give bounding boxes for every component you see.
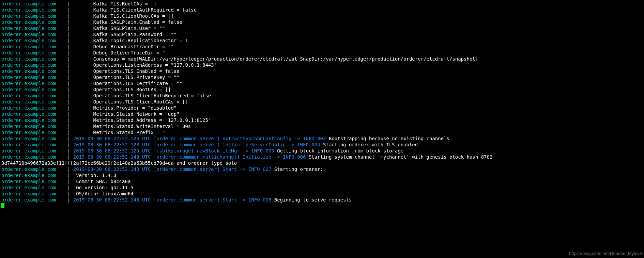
orderer-host: orderer.example.com	[1, 19, 56, 25]
config-line: orderer.example.com | Metrics.Statsd.Add…	[1, 117, 643, 123]
start-detail-text: Version: 1.4.3	[73, 173, 116, 178]
log-separator: |	[56, 173, 73, 178]
orderer-host: orderer.example.com	[1, 130, 56, 135]
config-line: orderer.example.com | Metrics.Statsd.Net…	[1, 111, 643, 117]
log-source: [orderer.commmon.multichannel]	[154, 154, 243, 160]
orderer-host: orderer.example.com	[1, 87, 56, 92]
orderer-host: orderer.example.com	[1, 68, 56, 74]
orderer-host: orderer.example.com	[1, 148, 56, 154]
orderer-host: orderer.example.com	[1, 1, 56, 6]
log-message: Starting orderer:	[274, 166, 323, 172]
orderer-host: orderer.example.com	[1, 179, 56, 184]
log-level: extractSysChanLastConfig -> INFO 003	[223, 136, 329, 141]
log-separator: |	[56, 32, 73, 37]
log-message: Starting orderer with TLS enabled	[323, 142, 418, 147]
log-level: Initialize -> INFO 006	[243, 154, 309, 160]
config-line: orderer.example.com | Kafka.Topic.Replic…	[1, 37, 643, 44]
log-timestamp: 2019-08-30 08:22:52.143 UTC	[73, 166, 154, 172]
log-message: Bootstrapping because no existing channe…	[329, 136, 449, 141]
config-line: orderer.example.com | Operations.ListenA…	[1, 62, 643, 68]
orderer-host: orderer.example.com	[1, 105, 56, 111]
orderer-host: orderer.example.com	[1, 185, 56, 190]
config-line: orderer.example.com | Kafka.TLS.ClientRo…	[1, 13, 643, 19]
config-text: Kafka.SASLPlain.Enabled = false	[73, 19, 182, 25]
orderer-host: orderer.example.com	[1, 142, 56, 147]
log-separator: |	[56, 1, 73, 6]
orderer-host: orderer.example.com	[1, 50, 56, 55]
orderer-host: orderer.example.com	[1, 99, 56, 104]
log-separator: |	[56, 142, 73, 147]
log-timestamp: 2019-08-30 08:22:52.129 UTC	[73, 148, 154, 154]
config-line: orderer.example.com | Operations.TLS.Cer…	[1, 80, 643, 86]
config-line: orderer.example.com | Kafka.SASLPlain.Us…	[1, 25, 643, 31]
log-continuation: 3d744710b496672a33ef11fff2af72ce66be20f2…	[1, 160, 643, 166]
log-level: Start -> INFO 007	[223, 166, 274, 172]
log-separator: |	[56, 7, 73, 13]
orderer-host: orderer.example.com	[1, 26, 56, 31]
log-separator: |	[56, 197, 73, 203]
log-message: Getting block information from block sto…	[277, 148, 403, 154]
config-text: Operations.TLS.ClientAuthRequired = fals…	[73, 93, 211, 98]
start-detail-line: orderer.example.com | Commit SHA: b8c4a6…	[1, 178, 643, 184]
config-text: Metrics.Statsd.WriteInterval = 30s	[73, 124, 191, 129]
start-detail-text: Commit SHA: b8c4a6a	[73, 179, 131, 184]
log-timestamp: 2019-08-30 08:22:52.143 UTC	[73, 197, 154, 203]
csdn-watermark: https://blog.csdn.net/Doudou_Mylove	[569, 251, 642, 257]
log-separator: |	[56, 117, 73, 123]
orderer-host: orderer.example.com	[1, 32, 56, 37]
log-separator: |	[56, 111, 73, 117]
log-separator: |	[56, 26, 73, 31]
log-line: orderer.example.com | 2019-08-30 08:22:5…	[1, 154, 643, 160]
cursor-line	[1, 203, 643, 209]
config-line: orderer.example.com | Consensus = map[WA…	[1, 56, 643, 62]
log-separator: |	[56, 44, 73, 49]
cursor-icon	[1, 203, 4, 208]
terminal-output[interactable]: orderer.example.com | Kafka.TLS.RootCAs …	[0, 0, 644, 210]
orderer-host: orderer.example.com	[1, 7, 56, 13]
orderer-host: orderer.example.com	[1, 191, 56, 196]
log-separator: |	[56, 50, 73, 55]
config-text: Operations.TLS.ClientRootCAs = []	[73, 99, 188, 104]
orderer-host: orderer.example.com	[1, 166, 56, 172]
log-separator: |	[56, 130, 73, 135]
log-separator: |	[56, 124, 73, 129]
config-text: Metrics.Statsd.Prefix = ""	[73, 130, 168, 135]
start-detail-line: orderer.example.com | Version: 1.4.3	[1, 172, 643, 178]
config-text: Metrics.Provider = "disabled"	[73, 105, 177, 111]
config-line: orderer.example.com | Debug.BroadcastTra…	[1, 44, 643, 50]
config-text: Metrics.Statsd.Address = "127.0.0.1:8125…	[73, 117, 211, 123]
orderer-host: orderer.example.com	[1, 173, 56, 178]
start-detail-line: orderer.example.com | OS/Arch: linux/amd…	[1, 191, 643, 197]
config-line: orderer.example.com | Kafka.TLS.ClientAu…	[1, 7, 643, 13]
orderer-host: orderer.example.com	[1, 197, 56, 203]
log-separator: |	[56, 19, 73, 25]
config-line: orderer.example.com | Operations.TLS.Pri…	[1, 74, 643, 80]
log-separator: |	[56, 105, 73, 111]
config-text: Kafka.TLS.RootCAs = []	[73, 1, 156, 6]
log-line: orderer.example.com | 2019-08-30 08:22:5…	[1, 142, 643, 148]
log-separator: |	[56, 136, 73, 141]
config-text: Debug.BroadcastTraceDir = ""	[73, 44, 174, 49]
log-timestamp: 2019-08-30 08:22:52.143 UTC	[73, 154, 154, 160]
config-text: Operations.ListenAddress = "127.0.0.1:84…	[73, 62, 217, 68]
log-source: [orderer.common.server]	[154, 136, 223, 141]
config-text: Operations.TLS.Enabled = false	[73, 68, 180, 74]
config-text: Kafka.Topic.ReplicationFactor = 1	[73, 38, 188, 43]
log-line: orderer.example.com | 2019-08-30 08:22:5…	[1, 135, 643, 142]
log-separator: |	[56, 99, 73, 104]
log-source: [orderer.common.server]	[154, 197, 223, 203]
config-line: orderer.example.com | Kafka.TLS.RootCAs …	[1, 1, 643, 7]
config-text: Kafka.SASLPlain.User = ""	[73, 26, 165, 31]
config-text: Consensus = map[WALDir:/var/hyperledger/…	[73, 56, 478, 62]
orderer-host: orderer.example.com	[1, 56, 56, 62]
config-text: Operations.TLS.PrivateKey = ""	[73, 75, 180, 80]
log-source: [orderer.common.server]	[154, 166, 223, 172]
orderer-host: orderer.example.com	[1, 93, 56, 98]
orderer-host: orderer.example.com	[1, 117, 56, 123]
log-level: newBlockfileMgr -> INFO 005	[197, 148, 277, 154]
log-separator: |	[56, 13, 73, 19]
config-line: orderer.example.com | Debug.DeliverTrace…	[1, 50, 643, 56]
config-text: Debug.DeliverTraceDir = ""	[73, 50, 168, 55]
log-level: initializeServerConfig -> INFO 004	[223, 142, 323, 147]
log-separator: |	[56, 148, 73, 154]
